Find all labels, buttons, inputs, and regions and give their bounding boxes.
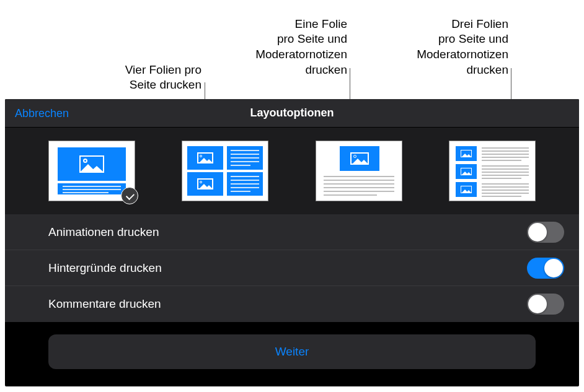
callout-layer: Vier Folien pro Seite drucken Eine Folie… xyxy=(0,0,584,99)
notes-line xyxy=(482,157,529,158)
panel-header: Abbrechen Layoutoptionen xyxy=(5,99,579,128)
layout-one-slide-notes[interactable] xyxy=(316,141,402,201)
notes-line xyxy=(482,193,529,194)
notes-line xyxy=(324,191,394,192)
slide-icon xyxy=(58,147,126,181)
option-row-print-animations: Animationen drucken xyxy=(5,214,579,250)
cancel-button[interactable]: Abbrechen xyxy=(15,99,69,128)
notes-line xyxy=(482,175,529,176)
slide-mini-icon xyxy=(340,146,379,171)
layout-single-slide[interactable] xyxy=(48,141,135,201)
callout-text: Vier Folien pro Seite drucken xyxy=(125,63,201,92)
notes-line xyxy=(482,172,529,173)
option-row-print-comments: Kommentare drucken xyxy=(5,286,579,322)
toggle-print-animations[interactable] xyxy=(527,222,564,243)
callout-three-slides-notes: Drei Folien pro Seite und Moderatornotiz… xyxy=(378,1,508,93)
caption-icon xyxy=(58,183,126,194)
callout-text: Drei Folien pro Seite und Moderatornotiz… xyxy=(417,17,508,76)
callout-text: Eine Folie pro Seite und Moderatornotize… xyxy=(255,17,347,76)
notes-line xyxy=(324,183,394,185)
layout-options-panel: Abbrechen Layoutoptionen xyxy=(5,99,579,386)
print-options-list: Animationen drucken Hintergründe drucken… xyxy=(5,214,579,322)
slide-mini-icon xyxy=(456,182,477,197)
text-mini-icon xyxy=(227,172,263,196)
notes-line xyxy=(324,180,394,181)
notes-line xyxy=(324,176,394,177)
notes-line xyxy=(482,154,529,155)
notes-line xyxy=(482,186,529,188)
continue-button[interactable]: Weiter xyxy=(48,334,536,369)
notes-line xyxy=(482,165,529,167)
continue-label: Weiter xyxy=(275,345,309,359)
toggle-print-backgrounds[interactable] xyxy=(527,258,564,279)
text-mini-icon xyxy=(227,146,263,170)
notes-line xyxy=(482,189,529,191)
option-label: Hintergründe drucken xyxy=(48,261,162,275)
notes-line xyxy=(482,147,529,149)
option-row-print-backgrounds: Hintergründe drucken xyxy=(5,250,579,286)
slide-mini-icon xyxy=(456,146,477,161)
slide-mini-icon xyxy=(187,172,223,196)
notes-line xyxy=(482,160,521,161)
toggle-print-comments[interactable] xyxy=(527,294,564,315)
panel-title: Layoutoptionen xyxy=(250,107,334,120)
notes-line xyxy=(482,150,529,152)
notes-line xyxy=(482,168,529,170)
notes-line xyxy=(324,187,394,188)
notes-line xyxy=(482,178,521,179)
cancel-label: Abbrechen xyxy=(15,107,69,120)
notes-line xyxy=(482,183,529,185)
option-label: Kommentare drucken xyxy=(48,297,161,311)
notes-line xyxy=(324,194,377,196)
callout-one-slide-notes: Eine Folie pro Seite und Moderatornotize… xyxy=(217,1,347,93)
slide-mini-icon xyxy=(456,164,477,179)
layout-four-slides[interactable] xyxy=(182,141,268,201)
notes-line xyxy=(482,196,521,197)
layout-thumbnails xyxy=(5,128,579,214)
slide-mini-icon xyxy=(187,146,223,170)
option-label: Animationen drucken xyxy=(48,225,159,239)
layout-three-slides-notes[interactable] xyxy=(449,141,536,201)
continue-section: Weiter xyxy=(5,322,579,381)
